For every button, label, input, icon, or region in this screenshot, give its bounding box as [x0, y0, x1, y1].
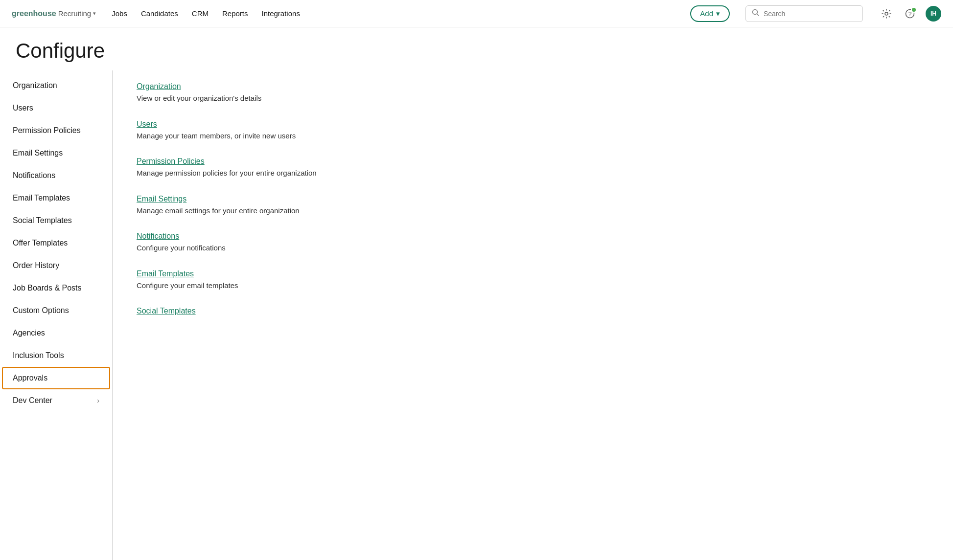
config-item-notifications: Notifications Configure your notificatio…	[137, 232, 930, 254]
svg-line-1	[757, 14, 759, 16]
content-area: Organization Users Permission Policies E…	[0, 70, 953, 560]
sidebar-item-custom-options[interactable]: Custom Options	[0, 299, 112, 322]
config-item-email-settings: Email Settings Manage email settings for…	[137, 195, 930, 217]
brand-logo[interactable]: greenhouse Recruiting ▾	[12, 9, 96, 18]
config-item-organization: Organization View or edit your organizat…	[137, 82, 930, 104]
sidebar-item-order-history[interactable]: Order History	[0, 254, 112, 277]
config-link-organization[interactable]: Organization	[137, 82, 930, 91]
config-link-email-templates[interactable]: Email Templates	[137, 269, 930, 278]
sidebar-item-email-settings[interactable]: Email Settings	[0, 142, 112, 164]
top-navigation: greenhouse Recruiting ▾ Jobs Candidates …	[0, 0, 953, 27]
help-button[interactable]: ?	[902, 6, 918, 22]
nav-link-crm[interactable]: CRM	[192, 9, 209, 18]
sidebar-item-social-templates[interactable]: Social Templates	[0, 209, 112, 232]
avatar[interactable]: IH	[926, 6, 941, 22]
sidebar-item-users[interactable]: Users	[0, 97, 112, 119]
nav-link-jobs[interactable]: Jobs	[112, 9, 127, 18]
sidebar-item-inclusion-tools[interactable]: Inclusion Tools	[0, 344, 112, 367]
search-icon	[752, 9, 760, 19]
sidebar-item-offer-templates[interactable]: Offer Templates	[0, 232, 112, 254]
sidebar-item-notifications[interactable]: Notifications	[0, 164, 112, 187]
add-button-chevron-icon: ▾	[716, 9, 720, 18]
nav-icons: ? IH	[879, 6, 941, 22]
page-header: Configure	[0, 27, 953, 70]
config-link-permission-policies[interactable]: Permission Policies	[137, 157, 930, 166]
brand-name: greenhouse	[12, 9, 56, 18]
config-link-email-settings[interactable]: Email Settings	[137, 195, 930, 203]
search-input[interactable]	[764, 10, 857, 18]
sidebar-item-dev-center-label: Dev Center	[13, 396, 52, 405]
config-item-email-templates: Email Templates Configure your email tem…	[137, 269, 930, 291]
sidebar-item-approvals[interactable]: Approvals	[2, 367, 110, 389]
config-link-notifications[interactable]: Notifications	[137, 232, 930, 241]
chevron-right-icon: ›	[97, 397, 99, 404]
nav-link-reports[interactable]: Reports	[222, 9, 248, 18]
brand-product: Recruiting	[58, 9, 92, 18]
add-button[interactable]: Add ▾	[690, 5, 730, 22]
nav-link-integrations[interactable]: Integrations	[262, 9, 300, 18]
page-title: Configure	[16, 39, 937, 63]
settings-button[interactable]	[879, 6, 894, 22]
sidebar: Organization Users Permission Policies E…	[0, 70, 113, 560]
config-item-users: Users Manage your team members, or invit…	[137, 120, 930, 142]
sidebar-item-permission-policies[interactable]: Permission Policies	[0, 119, 112, 142]
sidebar-item-job-boards-posts[interactable]: Job Boards & Posts	[0, 277, 112, 299]
config-item-permission-policies: Permission Policies Manage permission po…	[137, 157, 930, 179]
config-desc-email-settings: Manage email settings for your entire or…	[137, 205, 930, 217]
config-desc-permission-policies: Manage permission policies for your enti…	[137, 168, 930, 179]
svg-text:?: ?	[908, 10, 912, 17]
sidebar-item-organization[interactable]: Organization	[0, 74, 112, 97]
config-desc-notifications: Configure your notifications	[137, 243, 930, 254]
svg-point-2	[885, 12, 888, 15]
nav-links: Jobs Candidates CRM Reports Integrations	[112, 9, 300, 18]
search-box[interactable]	[745, 5, 863, 22]
sidebar-item-email-templates[interactable]: Email Templates	[0, 187, 112, 209]
nav-link-candidates[interactable]: Candidates	[141, 9, 178, 18]
config-link-social-templates[interactable]: Social Templates	[137, 307, 930, 315]
brand-chevron-icon: ▾	[93, 10, 96, 17]
sidebar-item-agencies[interactable]: Agencies	[0, 322, 112, 344]
config-desc-users: Manage your team members, or invite new …	[137, 131, 930, 142]
add-button-label: Add	[700, 9, 713, 18]
config-link-users[interactable]: Users	[137, 120, 930, 129]
config-desc-email-templates: Configure your email templates	[137, 280, 930, 291]
sidebar-item-dev-center[interactable]: Dev Center ›	[0, 389, 112, 412]
config-desc-organization: View or edit your organization's details	[137, 93, 930, 104]
config-item-social-templates: Social Templates	[137, 307, 930, 315]
main-content: Organization View or edit your organizat…	[113, 70, 953, 560]
